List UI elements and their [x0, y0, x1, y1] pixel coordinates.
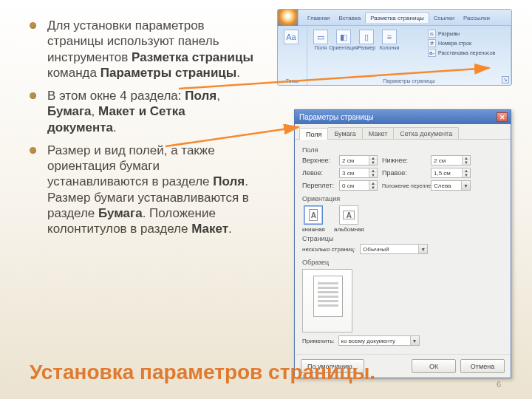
tab-paper[interactable]: Бумага [327, 127, 362, 139]
apply-to-label: Применить: [302, 338, 335, 344]
preview-box [302, 269, 352, 332]
size-button[interactable]: ▯Размер [356, 30, 377, 57]
hyphenation-button[interactable]: a-Расстановка переносов [428, 49, 508, 57]
ribbon-tab-page-layout[interactable]: Разметка страницы [365, 12, 429, 23]
bullet-2: В этом окне 4 раздела: Поля, Бумага, Мак… [25, 88, 254, 135]
orientation-landscape[interactable]: A альбомная [334, 205, 364, 233]
orientation-portrait[interactable]: A книжная [302, 205, 325, 233]
page-setup-dialog: Параметры страницы ✕ Поля Бумага Макет С… [294, 109, 511, 378]
columns-button[interactable]: ≡Колонки [379, 30, 400, 57]
section-preview-label: Образец [302, 259, 503, 266]
top-margin-label: Верхнее: [302, 157, 335, 164]
multi-pages-label: несколько страниц: [302, 246, 355, 253]
office-button-icon[interactable] [278, 10, 299, 26]
left-margin-spinner[interactable]: 3 см▲▼ [339, 168, 378, 178]
ok-button[interactable]: ОК [412, 359, 456, 373]
left-margin-label: Левое: [302, 169, 335, 177]
themes-button[interactable]: Aa [281, 30, 301, 78]
page-setup-launcher-icon[interactable]: ↘ [502, 76, 509, 83]
gutter-pos-dropdown[interactable]: Слева▼ [431, 180, 471, 191]
landscape-icon: A [339, 205, 358, 225]
portrait-icon: A [304, 205, 323, 225]
line-numbers-button[interactable]: #Номера строк [428, 39, 508, 47]
close-button[interactable]: ✕ [497, 112, 508, 122]
top-margin-spinner[interactable]: 2 см▲▼ [339, 155, 378, 166]
preview-page-icon [313, 276, 343, 317]
gutter-label: Переплет: [302, 182, 335, 189]
columns-icon: ≡ [382, 30, 397, 44]
margins-icon: ▭ [313, 30, 328, 44]
orientation-icon: ◧ [336, 30, 351, 44]
tab-grid[interactable]: Сетка документа [393, 127, 459, 139]
cancel-button[interactable]: Отмена [460, 359, 505, 373]
themes-icon: Aa [284, 30, 299, 44]
bottom-margin-spinner[interactable]: 2 см▲▼ [431, 155, 471, 166]
bullet-1: Для установки параметров страницы исполь… [25, 18, 254, 81]
bullet-3: Размер и вид полей, а также ориентация б… [25, 143, 254, 237]
dialog-tabs: Поля Бумага Макет Сетка документа [295, 124, 511, 140]
ribbon-group-page-setup: ▭Поля ◧Ориентация ▯Размер ≡Колонки ⎌Разр… [307, 26, 511, 85]
margins-button[interactable]: ▭Поля [310, 30, 331, 57]
ribbon-group-themes: Aa Темы [278, 26, 307, 85]
word-ribbon: Главная Вставка Разметка страницы Ссылки… [277, 9, 512, 86]
right-margin-label: Правое: [382, 169, 426, 177]
section-pages-label: Страницы [302, 235, 503, 242]
size-icon: ▯ [359, 30, 374, 44]
ribbon-tabs: Главная Вставка Разметка страницы Ссылки… [299, 12, 494, 23]
slide-title: Установка параметров страницы. [30, 361, 375, 384]
bullet-column: Для установки параметров страницы исполь… [25, 18, 254, 244]
gutter-pos-label: Положение переплета: [382, 183, 426, 188]
bottom-margin-label: Нижнее: [382, 157, 426, 164]
ribbon-tab-mailings[interactable]: Рассылки [459, 13, 494, 23]
ribbon-tab-home[interactable]: Главная [303, 13, 334, 23]
hyphenation-icon: a- [428, 49, 436, 57]
section-orientation-label: Ориентация [302, 195, 503, 202]
page-number: 6 [497, 380, 501, 389]
tab-layout[interactable]: Макет [362, 127, 394, 139]
group-label-page-setup: Параметры страницы [310, 78, 508, 85]
ribbon-tab-insert[interactable]: Вставка [334, 13, 365, 23]
group-label-themes: Темы [281, 78, 304, 85]
orientation-button[interactable]: ◧Ориентация [333, 30, 354, 57]
breaks-button[interactable]: ⎌Разрывы [428, 30, 508, 38]
multi-pages-dropdown[interactable]: Обычный▼ [360, 244, 428, 254]
breaks-icon: ⎌ [428, 30, 436, 38]
tab-margins[interactable]: Поля [299, 128, 328, 140]
right-margin-spinner[interactable]: 1,5 см▲▼ [431, 168, 471, 178]
dialog-title: Параметры страницы [299, 113, 374, 121]
line-numbers-icon: # [428, 39, 436, 47]
dialog-titlebar: Параметры страницы ✕ [295, 110, 511, 124]
ribbon-tab-references[interactable]: Ссылки [429, 13, 459, 23]
apply-to-dropdown[interactable]: ко всему документу▼ [338, 335, 420, 346]
section-margins-label: Поля [302, 146, 503, 154]
gutter-spinner[interactable]: 0 см▲▼ [339, 180, 378, 191]
